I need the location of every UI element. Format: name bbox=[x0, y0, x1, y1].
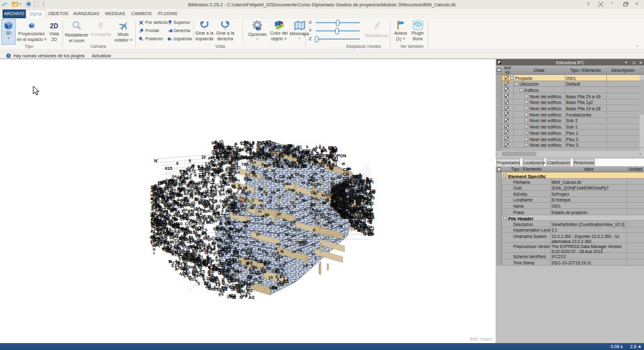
svg-text:9a: 9a bbox=[366, 179, 371, 184]
svg-text:10: 10 bbox=[299, 240, 303, 244]
svg-text:4a: 4a bbox=[331, 220, 336, 223]
svg-text:X15: X15 bbox=[165, 166, 172, 171]
svg-text:0: 0 bbox=[186, 201, 189, 205]
svg-text:15: 15 bbox=[208, 198, 213, 202]
svg-text:8a: 8a bbox=[275, 269, 280, 274]
svg-text:9a: 9a bbox=[175, 193, 180, 198]
svg-text:23: 23 bbox=[291, 221, 295, 225]
svg-text:X: X bbox=[187, 210, 191, 215]
svg-text:8a: 8a bbox=[331, 177, 335, 181]
svg-text:P0: P0 bbox=[258, 199, 263, 203]
svg-text:1.2: 1.2 bbox=[179, 252, 185, 257]
svg-text:A0: A0 bbox=[186, 176, 192, 180]
svg-text:V: V bbox=[353, 175, 356, 179]
svg-text:N: N bbox=[245, 149, 247, 153]
svg-text:P0: P0 bbox=[300, 174, 304, 178]
svg-text:Q: Q bbox=[233, 210, 236, 213]
svg-text:X: X bbox=[234, 171, 236, 174]
svg-text:CB: CB bbox=[279, 174, 286, 179]
svg-text:C1: C1 bbox=[265, 213, 270, 217]
svg-text:4a: 4a bbox=[162, 214, 167, 218]
svg-text:4a: 4a bbox=[217, 215, 222, 219]
svg-text:W: W bbox=[341, 161, 346, 166]
svg-text:S8: S8 bbox=[180, 266, 185, 271]
svg-text:0.1: 0.1 bbox=[340, 201, 346, 205]
svg-text:N´: N´ bbox=[154, 159, 159, 163]
svg-text:C1: C1 bbox=[350, 188, 356, 193]
svg-text:ZA: ZA bbox=[231, 293, 236, 298]
svg-text:P0: P0 bbox=[298, 161, 303, 165]
svg-text:T5: T5 bbox=[182, 171, 187, 175]
svg-text:X: X bbox=[196, 183, 199, 187]
svg-text:0a: 0a bbox=[313, 159, 318, 164]
svg-text:B: B bbox=[189, 230, 192, 234]
svg-text:23: 23 bbox=[278, 164, 283, 169]
svg-text:1.2: 1.2 bbox=[283, 276, 289, 281]
svg-text:15: 15 bbox=[358, 187, 364, 191]
svg-text:W: W bbox=[243, 230, 247, 234]
svg-text:9a: 9a bbox=[276, 188, 280, 192]
svg-text:A: A bbox=[255, 257, 258, 262]
svg-text:23: 23 bbox=[292, 250, 296, 254]
svg-text:N: N bbox=[244, 265, 247, 269]
svg-text:V: V bbox=[232, 230, 235, 234]
svg-text:0a: 0a bbox=[291, 234, 296, 237]
svg-text:B: B bbox=[246, 261, 249, 266]
svg-text:ZA: ZA bbox=[242, 162, 247, 166]
svg-text:0a: 0a bbox=[309, 211, 313, 215]
svg-text:10: 10 bbox=[265, 260, 270, 264]
svg-text:4a: 4a bbox=[294, 165, 299, 169]
svg-text:01: 01 bbox=[276, 159, 281, 163]
svg-text:5: 5 bbox=[179, 169, 182, 174]
svg-text:W: W bbox=[170, 240, 175, 244]
svg-text:0.1: 0.1 bbox=[321, 215, 326, 218]
svg-text:1.2: 1.2 bbox=[360, 229, 366, 234]
svg-text:N: N bbox=[332, 157, 335, 162]
svg-text:10: 10 bbox=[239, 147, 245, 152]
svg-text:P0: P0 bbox=[242, 248, 247, 252]
svg-text:N: N bbox=[212, 277, 215, 281]
svg-text:P0: P0 bbox=[276, 242, 281, 246]
svg-text:A0: A0 bbox=[240, 279, 247, 284]
svg-text:8a: 8a bbox=[310, 176, 315, 180]
svg-text:A: A bbox=[358, 172, 362, 177]
svg-text:4a: 4a bbox=[257, 247, 262, 251]
svg-text:9: 9 bbox=[189, 159, 191, 163]
svg-text:C1: C1 bbox=[261, 269, 267, 273]
svg-text:9a: 9a bbox=[324, 223, 328, 227]
svg-text:10: 10 bbox=[206, 166, 211, 170]
svg-text:W: W bbox=[195, 212, 199, 217]
svg-text:C1: C1 bbox=[209, 180, 215, 184]
svg-text:1.2: 1.2 bbox=[272, 163, 278, 167]
svg-text:T5: T5 bbox=[200, 269, 205, 274]
svg-text:9a: 9a bbox=[192, 239, 197, 244]
svg-text:5: 5 bbox=[316, 151, 318, 155]
svg-text:9a: 9a bbox=[182, 271, 187, 275]
svg-text:CB: CB bbox=[225, 222, 231, 226]
svg-text:15: 15 bbox=[296, 218, 301, 222]
svg-text:10: 10 bbox=[289, 210, 294, 214]
svg-text:.2: .2 bbox=[302, 234, 306, 239]
svg-text:9a: 9a bbox=[258, 188, 263, 191]
svg-text:1.2: 1.2 bbox=[197, 166, 203, 171]
svg-text:0: 0 bbox=[213, 252, 216, 256]
svg-text:9a: 9a bbox=[349, 215, 354, 219]
svg-text:S8: S8 bbox=[236, 229, 241, 232]
svg-text:9: 9 bbox=[170, 208, 172, 213]
svg-text:T5: T5 bbox=[262, 140, 267, 145]
svg-text:5: 5 bbox=[265, 174, 267, 178]
svg-text:C1: C1 bbox=[362, 206, 368, 211]
svg-text:P0: P0 bbox=[225, 217, 230, 221]
svg-text:1: 1 bbox=[203, 220, 206, 225]
svg-text:B: B bbox=[228, 198, 230, 201]
svg-text:V: V bbox=[250, 276, 253, 280]
svg-text:0.1: 0.1 bbox=[215, 237, 221, 241]
svg-text:B: B bbox=[296, 197, 298, 201]
svg-text:Q: Q bbox=[287, 161, 291, 166]
svg-text:23: 23 bbox=[252, 203, 256, 207]
svg-text:N: N bbox=[293, 205, 296, 208]
svg-text:CB: CB bbox=[172, 179, 178, 183]
svg-text:W: W bbox=[313, 217, 316, 220]
svg-text:T5: T5 bbox=[192, 221, 197, 225]
svg-text:X: X bbox=[180, 193, 184, 198]
